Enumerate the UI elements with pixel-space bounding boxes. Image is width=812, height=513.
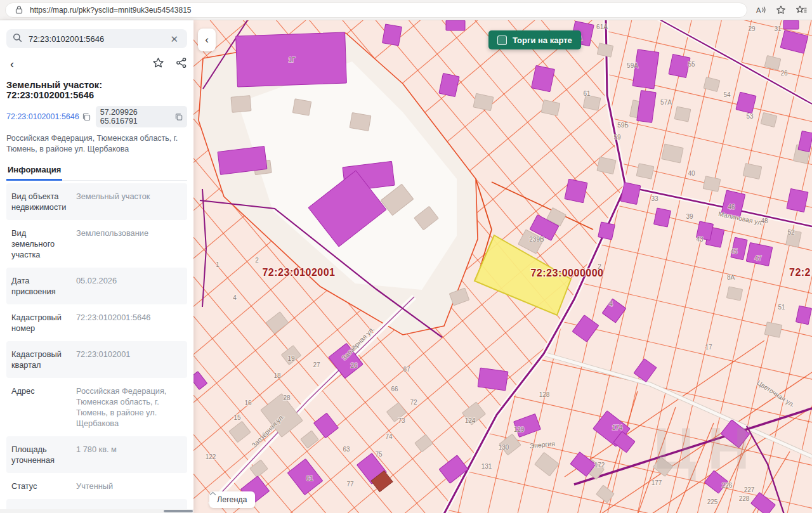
legend-button[interactable]: Легенда [209, 491, 255, 508]
info-row-label: Вид объекта недвижимости [11, 191, 70, 212]
parcel-number-label: 61 [306, 475, 313, 482]
info-sidebar: ✕ ‹ Земельный участок: 72:23:0102001:564… [0, 20, 193, 513]
parcel-number-label: 75 [375, 451, 383, 458]
search-input[interactable] [27, 34, 162, 44]
info-row-value: 72:23:0102001 [76, 349, 182, 370]
parcel-number-label: 59 [613, 134, 621, 141]
info-row-value: 72:23:0102001:5646 [76, 312, 182, 334]
info-row-value: Российская Федерация, Тюменская область,… [76, 386, 182, 429]
parcel-number-label: 15 [233, 414, 241, 421]
info-row-label: Адрес [11, 386, 70, 429]
parcel-number-label: 8А [727, 274, 735, 281]
parcel-number-label: 74 [385, 433, 393, 440]
favorites-icon[interactable] [775, 4, 787, 16]
parcel-number-label: 57А [660, 99, 672, 106]
parcel-number-label: 26 [350, 362, 358, 369]
info-row: Кадастровый квартал72:23:0102001 [6, 341, 187, 378]
coordinates-chip[interactable]: 57.209926 65.616791 [96, 106, 187, 127]
url-text: https://map.ru/pkk?ysclid=mnit9uk3eu5454… [30, 6, 192, 15]
parcel-address: Российская Федерация, Тюменская область,… [6, 133, 187, 155]
info-row: Дата присвоения05.02.2026 [6, 268, 187, 304]
info-row: АдресРоссийская Федерация, Тюменская обл… [6, 378, 187, 436]
back-button[interactable]: ‹ [6, 58, 18, 71]
parcel-number-label: 59Б [617, 122, 629, 129]
cadastral-quarter-label: 72:2 [789, 267, 811, 278]
info-row-label: Вид земельного участка [11, 228, 70, 260]
parcel-number-label: 17 [705, 344, 712, 351]
parcel-number-label: 45 [730, 248, 738, 255]
tab-information[interactable]: Информация [6, 162, 62, 181]
info-row: Вид земельного участкаЗемлепользование [6, 220, 187, 268]
search-icon [13, 33, 22, 45]
parcel-number-label: 54 [723, 91, 731, 98]
parcel-number-label: 59А [627, 62, 638, 69]
parcel-number-label: 4 [233, 294, 237, 301]
info-row-label: Кадастровый квартал [11, 349, 70, 370]
parcel-number-label: 48 [761, 218, 768, 224]
parcel-number-label: 172 [594, 462, 605, 469]
parcel-number-label: 2 [255, 257, 259, 264]
parcel-number-label: 124 [465, 417, 476, 424]
collapse-sidebar-button[interactable]: ‹ [198, 29, 216, 51]
parcel-number-label: 67 [403, 366, 410, 373]
trades-checkbox[interactable] [497, 36, 507, 45]
trades-on-map-button[interactable]: Торги на карте [488, 30, 581, 49]
parcel-number-label: 227 [744, 486, 755, 493]
info-row-value: Землепользование [76, 228, 182, 260]
collections-icon[interactable] [796, 4, 807, 16]
info-row-label: Площадь уточненная [11, 444, 70, 465]
parcel-number-label: 31 [774, 25, 782, 32]
parcel-number-label: 1Г [289, 56, 296, 63]
horizontal-scrollbar[interactable] [0, 509, 193, 513]
parcel-number-label: 228 [739, 495, 750, 502]
parcel-number-label: 40 [688, 170, 695, 177]
clear-search-icon[interactable]: ✕ [167, 33, 181, 45]
parcel-number-label: 122 [206, 453, 216, 460]
parcel-number-label: 177 [652, 479, 662, 486]
trades-label: Торги на карте [513, 36, 572, 45]
parcel-number-label: 225 [707, 498, 718, 505]
parcel-number-label: 1 [216, 261, 219, 268]
map-area: ЦН Малиновая ул.Цветочная ул.ЭнергияЗаоз… [193, 20, 812, 513]
info-row: Кадастровый номер72:23:0102001:5646 [6, 304, 187, 341]
parcel-number-label: 26 [780, 70, 788, 77]
scrollbar-thumb[interactable] [164, 510, 193, 512]
parcel-number-label: 18 [273, 372, 281, 379]
info-row-value: 1 780 кв. м [76, 444, 182, 465]
share-icon[interactable] [176, 57, 187, 71]
parcel-number-label: 129 [514, 426, 525, 433]
address-bar[interactable]: https://map.ru/pkk?ysclid=mnit9uk3eu5454… [5, 3, 747, 18]
lock-icon [13, 4, 25, 16]
parcel-number-label: 73 [398, 417, 405, 424]
parcel-number-label: 53 [746, 113, 754, 120]
parcel-number-label: 226 [722, 482, 733, 489]
cadastral-map[interactable]: ЦН Малиновая ул.Цветочная ул.ЭнергияЗаоз… [193, 20, 812, 513]
parcel-number-label: 55 [688, 61, 695, 68]
parcel-number-label: 61А [596, 23, 608, 30]
parcel-number-label: 16 [244, 399, 252, 406]
parcel-number-label: 63 [343, 446, 350, 453]
info-row: Вид объекта недвижимостиЗемельный участо… [6, 183, 187, 220]
read-aloud-icon[interactable]: A [755, 4, 766, 16]
parcel-number-label: 47 [754, 255, 762, 262]
parcel-title: Земельный участок: 72:23:0102001:5646 [6, 80, 187, 100]
parcel-number-label: 19 [287, 355, 295, 362]
cadastral-number-link[interactable]: 72:23:0102001:5646 [6, 112, 91, 121]
info-row-label: Кадастровый номер [11, 312, 70, 334]
info-row-label: Статус [11, 481, 70, 491]
copy-icon[interactable] [82, 113, 91, 121]
parcel-number-label: 130 [499, 444, 509, 451]
parcel-number-label: 43 [696, 236, 704, 243]
parcel-number-label: 28 [283, 394, 291, 401]
search-box[interactable]: ✕ [6, 29, 187, 48]
favorite-star-icon[interactable] [152, 57, 164, 71]
parcel-number-label: 66 [391, 386, 398, 393]
copy-icon[interactable] [175, 113, 183, 121]
info-row-label: Дата присвоения [11, 275, 70, 297]
parcel-number-label: 239В [529, 236, 544, 243]
chevron-up-icon [209, 491, 216, 496]
parcel-number-label: 72 [410, 399, 417, 406]
parcel-number-label: 131 [481, 463, 492, 470]
parcel-number-label: 174 [612, 424, 623, 431]
parcel-number-label: 33 [651, 195, 658, 202]
